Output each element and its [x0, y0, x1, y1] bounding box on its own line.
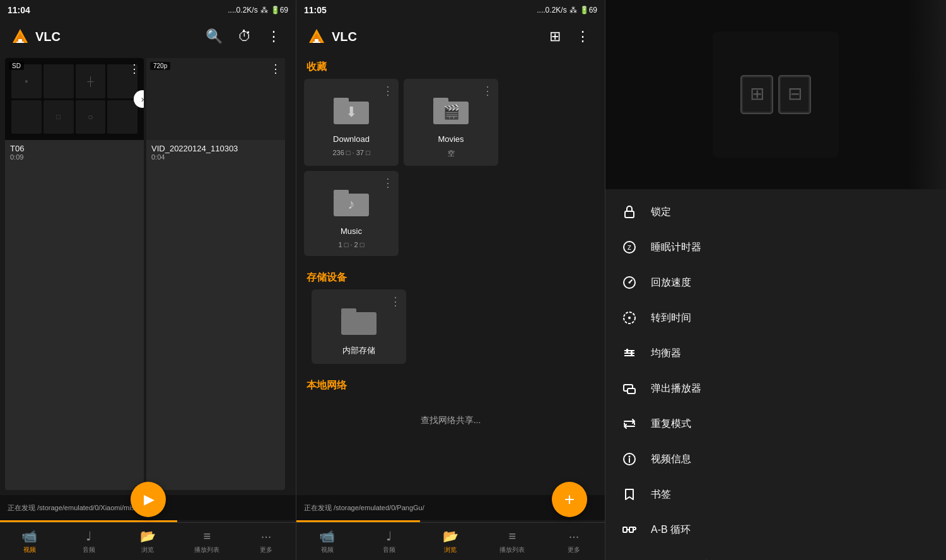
- menu-item-bookmark[interactable]: 书签: [605, 477, 946, 512]
- network-header: 本地网络: [296, 371, 605, 397]
- nav-playlist-label-left: 播放列表: [194, 545, 219, 554]
- menu-item-goto[interactable]: 转到时间: [605, 300, 946, 335]
- nav-playlist-icon-center: ≡: [508, 529, 516, 544]
- bg-graphic: ⊞ ⊟: [738, 63, 814, 126]
- battery-center: 🔋69: [580, 6, 597, 15]
- music-folder-svg: ♪: [334, 184, 369, 219]
- nav-more-center[interactable]: ··· 更多: [543, 523, 605, 560]
- folder-internal-menu[interactable]: ⋮: [390, 295, 401, 308]
- more-icon-left[interactable]: ⋮: [262, 26, 286, 47]
- video-grid: SD ⋮ ● ┼ □ ○ › T06 0:09: [0, 53, 296, 495]
- menu-popup-label: 弹出播放器: [651, 382, 701, 395]
- browser-content: 收藏 ⬇ Download 236 □ · 37 □ ⋮: [296, 53, 605, 495]
- folder-internal-name: 内部存储: [342, 345, 375, 356]
- menu-repeat-label: 重复模式: [651, 417, 691, 431]
- svg-text:♪: ♪: [348, 196, 355, 212]
- movies-folder-svg: 🎬: [433, 91, 469, 127]
- favorites-grid: ⬇ Download 236 □ · 37 □ ⋮ 🎬 Movies 空: [296, 79, 605, 264]
- nav-more-label-left: 更多: [260, 545, 272, 554]
- nav-browse-icon-left: 📂: [140, 528, 156, 544]
- status-icons-left: ....0.2K/s ⁂ 🔋69: [228, 6, 288, 15]
- video-card-t06[interactable]: SD ⋮ ● ┼ □ ○ › T06 0:09: [5, 58, 144, 490]
- history-icon-left[interactable]: ⏱: [233, 26, 257, 47]
- folder-download[interactable]: ⬇ Download 236 □ · 37 □ ⋮: [304, 79, 399, 166]
- menu-videoinfo-label: 视频信息: [651, 453, 691, 466]
- folder-download-meta: 236 □ · 37 □: [332, 149, 370, 156]
- svg-text:⊞: ⊞: [750, 84, 764, 103]
- menu-item-videoinfo[interactable]: 视频信息: [605, 441, 946, 477]
- bottom-nav-center: 📹 视频 ♩ 音频 📂 浏览 ≡ 播放列表 ··· 更多: [296, 522, 605, 560]
- folder-download-menu[interactable]: ⋮: [382, 84, 394, 98]
- bg-placeholder: ⊞ ⊟: [713, 32, 839, 158]
- svg-rect-7: [313, 42, 320, 43]
- bt-icon-center: ⁂: [569, 6, 577, 15]
- vlc-logo-center: [307, 26, 327, 47]
- nav-more-label-center: 更多: [568, 545, 580, 554]
- svg-rect-36: [631, 351, 633, 355]
- nav-video-center[interactable]: 📹 视频: [296, 523, 358, 560]
- video-thumb-t06: SD ⋮ ● ┼ □ ○ ›: [5, 58, 144, 140]
- svg-rect-25: [625, 211, 634, 218]
- folder-internal[interactable]: 内部存储 ⋮: [312, 289, 406, 364]
- folder-movies[interactable]: 🎬 Movies 空 ⋮: [404, 79, 498, 166]
- folder-music-meta: 1 □ · 2 □: [339, 241, 365, 248]
- lock-icon: [621, 203, 638, 221]
- nav-playlist-icon-left: ≡: [203, 529, 211, 544]
- folder-music[interactable]: ♪ Music 1 □ · 2 □ ⋮: [304, 171, 399, 256]
- app-header-left: VLC 🔍 ⏱ ⋮: [0, 20, 296, 53]
- thumb-cell: [107, 100, 137, 134]
- nav-video-left[interactable]: 📹 视频: [0, 523, 59, 560]
- goto-icon: [621, 309, 638, 327]
- equalizer-icon: [621, 344, 638, 362]
- svg-rect-44: [629, 527, 633, 532]
- play-icon-left: ▶: [144, 491, 155, 508]
- nav-browse-center[interactable]: 📂 浏览: [420, 523, 482, 560]
- menu-item-speed[interactable]: 回放速度: [605, 265, 946, 300]
- download-folder-svg: ⬇: [334, 91, 369, 127]
- video-menu-vid[interactable]: ⋮: [270, 62, 281, 76]
- menu-item-saveplaylist[interactable]: 保存播放列表: [605, 547, 946, 560]
- battery-left: 🔋69: [271, 6, 288, 15]
- menu-item-popup[interactable]: 弹出播放器: [605, 371, 946, 406]
- folder-movies-menu[interactable]: ⋮: [482, 84, 493, 98]
- video-menu-t06[interactable]: ⋮: [129, 62, 140, 76]
- svg-rect-35: [626, 349, 628, 353]
- svg-text:⬇: ⬇: [346, 104, 357, 120]
- video-card-vid[interactable]: 720p ⋮ VID_20220124_110303 0:04: [146, 58, 285, 490]
- saveplaylist-icon: [621, 556, 638, 560]
- plus-fab-center[interactable]: +: [552, 482, 587, 517]
- folder-music-menu[interactable]: ⋮: [382, 176, 394, 190]
- thumb-cell: [11, 100, 42, 134]
- list-icon-center[interactable]: ⊞: [544, 26, 566, 47]
- svg-point-31: [628, 317, 631, 319]
- nav-video-icon-center: 📹: [319, 528, 335, 544]
- menu-speed-label: 回放速度: [651, 276, 691, 289]
- nav-audio-left[interactable]: ♩ 音频: [59, 523, 119, 560]
- menu-item-sleep[interactable]: z 睡眠计时器: [605, 230, 946, 265]
- favorites-header: 收藏: [296, 53, 605, 79]
- plus-icon-center: +: [564, 489, 575, 510]
- video-duration-vid: 0:04: [151, 153, 280, 161]
- menu-item-equalizer[interactable]: 均衡器: [605, 335, 946, 371]
- video-info-vid: VID_20220124_110303 0:04: [146, 140, 285, 165]
- menu-item-lock[interactable]: 锁定: [605, 194, 946, 230]
- left-panel: 11:04 ....0.2K/s ⁂ 🔋69 VLC 🔍 ⏱ ⋮ SD ⋮: [0, 0, 296, 560]
- nav-playlist-center[interactable]: ≡ 播放列表: [481, 523, 543, 560]
- menu-bookmark-label: 书签: [651, 488, 671, 501]
- nav-more-left[interactable]: ··· 更多: [237, 523, 296, 560]
- more-icon-center[interactable]: ⋮: [571, 26, 595, 47]
- video-duration-t06: 0:09: [10, 153, 139, 161]
- menu-item-abloop[interactable]: A-B 循环: [605, 512, 946, 547]
- speed-icon: [621, 274, 638, 291]
- nav-browse-left[interactable]: 📂 浏览: [119, 523, 178, 560]
- app-header-center: VLC ⊞ ⋮: [296, 20, 605, 53]
- menu-item-repeat[interactable]: 重复模式: [605, 406, 946, 441]
- app-title-center: VLC: [332, 30, 539, 44]
- nav-playlist-left[interactable]: ≡ 播放列表: [177, 523, 237, 560]
- search-icon-left[interactable]: 🔍: [201, 26, 228, 47]
- nav-audio-center[interactable]: ♩ 音频: [358, 523, 420, 560]
- svg-rect-3: [16, 42, 24, 43]
- menu-sleep-label: 睡眠计时器: [651, 241, 701, 254]
- play-fab-left[interactable]: ▶: [131, 482, 166, 517]
- folder-icon-music: ♪: [331, 181, 371, 221]
